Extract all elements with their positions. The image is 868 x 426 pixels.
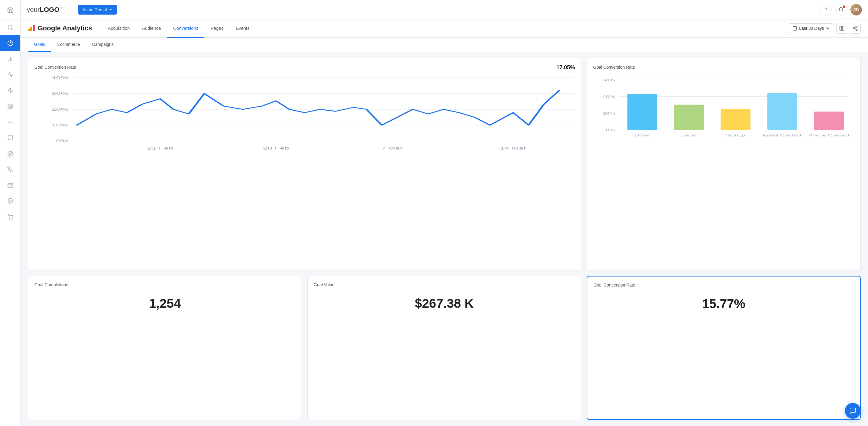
svg-text:0%: 0%: [56, 139, 68, 143]
columns-button[interactable]: [836, 23, 847, 34]
analytics-bar-icon: [28, 25, 35, 31]
nav-conversions[interactable]: Conversions: [167, 20, 205, 38]
side-nav: [0, 0, 21, 426]
avatar[interactable]: JD: [850, 4, 862, 16]
bar-chart-container: 60% 40% 20% 0% Order Login Signup: [593, 73, 854, 162]
svg-rect-58: [767, 93, 797, 130]
logo-strong: LOGO: [40, 6, 60, 13]
svg-text:10%: 10%: [51, 123, 68, 127]
chat-widget[interactable]: [845, 403, 861, 419]
conversion-rate-title: Goal Conversion Rate: [593, 282, 854, 287]
date-range-button[interactable]: Last 30 Days: [788, 23, 834, 33]
columns-icon: [839, 26, 845, 31]
help-button[interactable]: ?: [820, 4, 832, 16]
svg-point-26: [856, 29, 857, 31]
secondary-tabs: Goals Ecommerce Campaigns: [21, 38, 868, 52]
svg-point-9: [10, 106, 11, 106]
svg-text:Phone Contact: Phone Contact: [808, 134, 849, 137]
nav-phone[interactable]: [0, 162, 20, 178]
svg-text:30%: 30%: [51, 92, 68, 96]
nav-location[interactable]: [0, 193, 20, 209]
date-range-label: Last 30 Days: [799, 26, 824, 31]
tab-campaigns[interactable]: Campaigns: [86, 38, 120, 52]
nav-chat[interactable]: [0, 130, 20, 146]
conversion-rate-card: Goal Conversion Rate 15.77%: [587, 276, 861, 420]
svg-rect-54: [674, 105, 704, 130]
svg-text:14 Mar: 14 Mar: [500, 146, 526, 150]
svg-line-28: [854, 27, 856, 28]
svg-rect-23: [842, 26, 844, 30]
svg-text:40%: 40%: [51, 76, 68, 80]
nav-events[interactable]: Events: [229, 20, 256, 38]
svg-point-24: [856, 26, 857, 28]
nav-target[interactable]: [0, 98, 20, 114]
nav-pages[interactable]: Pages: [205, 20, 229, 38]
line-chart-value: 17.05%: [556, 64, 575, 71]
nav-compass[interactable]: [0, 146, 20, 162]
tab-goals[interactable]: Goals: [28, 38, 51, 52]
svg-point-15: [9, 200, 11, 202]
svg-point-16: [9, 219, 10, 220]
goal-value-title: Goal Value: [314, 282, 575, 287]
sub-header: Google Analytics Acquisition Audience Co…: [21, 20, 868, 38]
svg-point-11: [10, 122, 11, 122]
nav-acquisition[interactable]: Acquisition: [102, 20, 136, 38]
account-button[interactable]: Acme Dental: [78, 5, 117, 14]
svg-point-25: [853, 28, 855, 29]
nav-dots[interactable]: [0, 114, 20, 130]
analytics-title: Google Analytics: [38, 24, 92, 32]
nav-chart-pie[interactable]: [0, 35, 20, 51]
svg-text:Signup: Signup: [726, 134, 745, 137]
svg-rect-56: [721, 109, 750, 130]
calendar-icon: [793, 26, 797, 31]
chevron-down-icon: [109, 8, 112, 11]
svg-text:21 Feb: 21 Feb: [147, 146, 174, 150]
svg-rect-22: [840, 26, 841, 30]
content-area: Goal Conversion Rate 17.05% 40% 30% 20% …: [21, 52, 868, 426]
nav-chart-bar[interactable]: [0, 51, 20, 67]
svg-text:20%: 20%: [602, 112, 615, 115]
goal-value-card: Goal Value $267.38 K: [307, 276, 581, 420]
svg-line-1: [11, 29, 12, 30]
share-icon: [852, 26, 858, 31]
line-chart-title: Goal Conversion Rate: [34, 65, 76, 69]
nav-chart-line[interactable]: [0, 67, 20, 83]
svg-text:60%: 60%: [602, 78, 615, 82]
chat-widget-icon: [849, 407, 857, 415]
header-divider: [70, 4, 70, 15]
svg-point-12: [11, 122, 12, 122]
svg-marker-6: [8, 88, 12, 93]
svg-text:7 Mar: 7 Mar: [381, 146, 403, 150]
svg-text:Login: Login: [681, 134, 696, 137]
top-header: yourLOGO™ Acme Dental ? JD: [21, 0, 868, 20]
line-chart-card: Goal Conversion Rate 17.05% 40% 30% 20% …: [28, 58, 581, 270]
bar-chart-card: Goal Conversion Rate 60% 40% 20% 0%: [587, 58, 861, 270]
line-chart-svg: 40% 30% 20% 10% 0% 21 Feb 28 Feb 7 Mar 1…: [34, 74, 575, 153]
completions-value: 1,254: [34, 296, 296, 311]
help-icon: ?: [825, 7, 827, 12]
notification-button[interactable]: [835, 4, 847, 16]
completions-card: Goal Completions 1,254: [28, 276, 302, 420]
main-wrapper: yourLOGO™ Acme Dental ? JD: [21, 0, 868, 426]
share-button[interactable]: [850, 23, 861, 34]
header-right: ? JD: [820, 4, 862, 16]
svg-rect-60: [814, 112, 844, 130]
line-chart-header: Goal Conversion Rate 17.05%: [34, 64, 575, 71]
sub-header-right: Last 30 Days: [788, 23, 861, 34]
nav-audience[interactable]: Audience: [136, 20, 167, 38]
nav-home[interactable]: [0, 0, 20, 20]
svg-point-13: [8, 151, 13, 156]
logo-text: yourLOGO™: [27, 6, 63, 14]
nav-mail[interactable]: [0, 178, 20, 193]
bar-chart-svg: 60% 40% 20% 0% Order Login Signup: [593, 73, 854, 162]
nav-lightning[interactable]: [0, 83, 20, 98]
nav-search[interactable]: [0, 20, 20, 35]
logo-tm: ™: [60, 6, 63, 10]
svg-point-8: [9, 105, 12, 108]
conversion-rate-value: 15.77%: [593, 297, 854, 311]
svg-point-17: [12, 219, 12, 220]
tab-ecommerce[interactable]: Ecommerce: [51, 38, 86, 52]
nav-cart[interactable]: [0, 209, 20, 225]
analytics-logo: Google Analytics: [28, 24, 92, 32]
chevron-down-icon: [826, 26, 830, 30]
